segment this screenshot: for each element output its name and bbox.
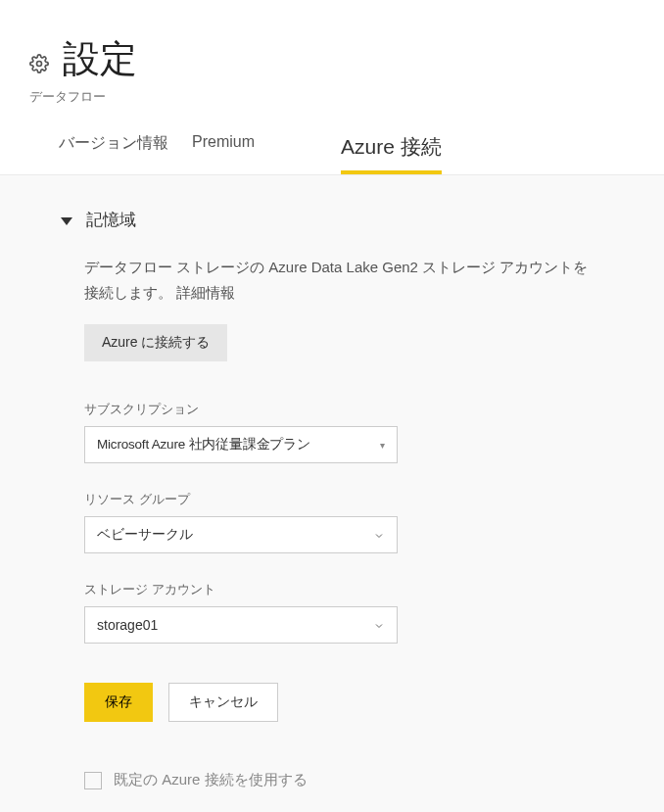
subscription-value: Microsoft Azure 社内従量課金プラン — [97, 436, 310, 454]
storage-description: データフロー ストレージの Azure Data Lake Gen2 ストレージ… — [84, 255, 593, 305]
page-title: 設定 — [63, 34, 137, 84]
resource-group-value: ベビーサークル — [97, 526, 193, 544]
subscription-label: サブスクリプション — [84, 401, 635, 418]
tabs: バージョン情報 Premium Azure 接続 — [0, 116, 664, 175]
section-title: 記憶域 — [86, 209, 136, 231]
gear-icon — [29, 54, 49, 73]
tab-azure-connections[interactable]: Azure 接続 — [341, 133, 442, 174]
svg-point-0 — [37, 61, 42, 66]
page-subtitle: データフロー — [29, 88, 635, 106]
cancel-button[interactable]: キャンセル — [168, 683, 278, 722]
use-default-checkbox-row[interactable]: 既定の Azure 接続を使用する — [84, 771, 635, 789]
use-default-label: 既定の Azure 接続を使用する — [114, 771, 308, 789]
chevron-down-icon — [373, 529, 385, 541]
resource-group-label: リソース グループ — [84, 491, 635, 508]
chevron-down-icon: ▾ — [380, 440, 385, 451]
tab-premium[interactable]: Premium — [192, 133, 255, 174]
resource-group-select[interactable]: ベビーサークル — [84, 516, 398, 553]
subscription-select[interactable]: Microsoft Azure 社内従量課金プラン ▾ — [84, 426, 398, 463]
storage-account-label: ストレージ アカウント — [84, 581, 635, 598]
section-header-storage[interactable]: 記憶域 — [61, 209, 635, 231]
connect-azure-button[interactable]: Azure に接続する — [84, 324, 227, 361]
storage-account-value: storage01 — [97, 617, 158, 633]
tab-version-info[interactable]: バージョン情報 — [59, 133, 168, 174]
checkbox-icon[interactable] — [84, 772, 102, 789]
chevron-down-icon — [373, 619, 385, 631]
storage-account-select[interactable]: storage01 — [84, 606, 398, 644]
caret-down-icon — [61, 217, 72, 225]
save-button[interactable]: 保存 — [84, 683, 153, 722]
